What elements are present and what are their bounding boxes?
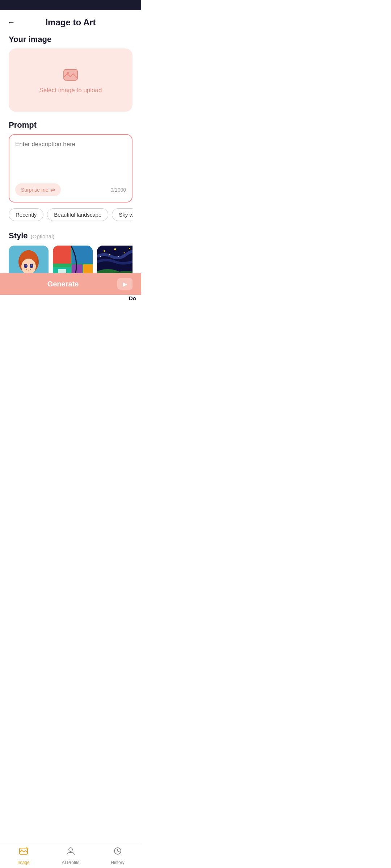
- tag-recently[interactable]: Recently: [9, 208, 43, 221]
- shuffle-icon: ⇌: [50, 186, 55, 193]
- image-upload-icon: [62, 67, 79, 83]
- char-count: 0/1000: [110, 187, 126, 193]
- prompt-input[interactable]: [15, 141, 126, 180]
- svg-point-7: [24, 264, 28, 268]
- doc-text: Do: [129, 295, 136, 301]
- svg-rect-12: [53, 246, 71, 264]
- main-content: Your image Select image to upload Prompt…: [0, 31, 141, 315]
- style-optional: (Optional): [31, 233, 55, 239]
- svg-point-8: [30, 264, 33, 268]
- generate-label: Generate: [9, 280, 117, 288]
- generate-bar[interactable]: Generate ▶ Do: [0, 273, 141, 295]
- status-bar: [0, 0, 141, 10]
- prompt-bottom: Surprise me ⇌ 0/1000: [15, 183, 126, 196]
- back-button[interactable]: ←: [7, 18, 15, 27]
- upload-text: Select image to upload: [39, 87, 102, 94]
- prompt-box: Surprise me ⇌ 0/1000: [9, 134, 133, 203]
- prompt-label: Prompt: [9, 120, 133, 130]
- svg-point-9: [26, 265, 27, 266]
- page-title: Image to Art: [45, 17, 96, 27]
- image-upload-area[interactable]: Select image to upload: [9, 48, 133, 112]
- your-image-label: Your image: [9, 35, 133, 44]
- svg-point-20: [114, 248, 116, 250]
- svg-point-21: [124, 252, 125, 254]
- svg-point-22: [129, 248, 130, 249]
- svg-point-6: [21, 259, 36, 275]
- surprise-me-button[interactable]: Surprise me ⇌: [15, 183, 61, 196]
- svg-point-23: [109, 254, 110, 255]
- svg-point-24: [100, 256, 101, 257]
- surprise-label: Surprise me: [21, 187, 48, 193]
- tags-row: Recently Beautiful landscape Sky wi...: [9, 208, 133, 222]
- style-title: Style: [9, 231, 28, 241]
- svg-point-25: [118, 256, 119, 257]
- play-icon: ▶: [123, 281, 127, 288]
- tag-sky[interactable]: Sky wi...: [112, 208, 133, 221]
- svg-point-19: [104, 250, 105, 252]
- header: ← Image to Art: [0, 10, 141, 31]
- tag-beautiful-landscape[interactable]: Beautiful landscape: [47, 208, 108, 221]
- svg-point-10: [31, 265, 33, 266]
- generate-video-icon: ▶: [117, 278, 133, 290]
- style-header: Style (Optional): [9, 231, 133, 241]
